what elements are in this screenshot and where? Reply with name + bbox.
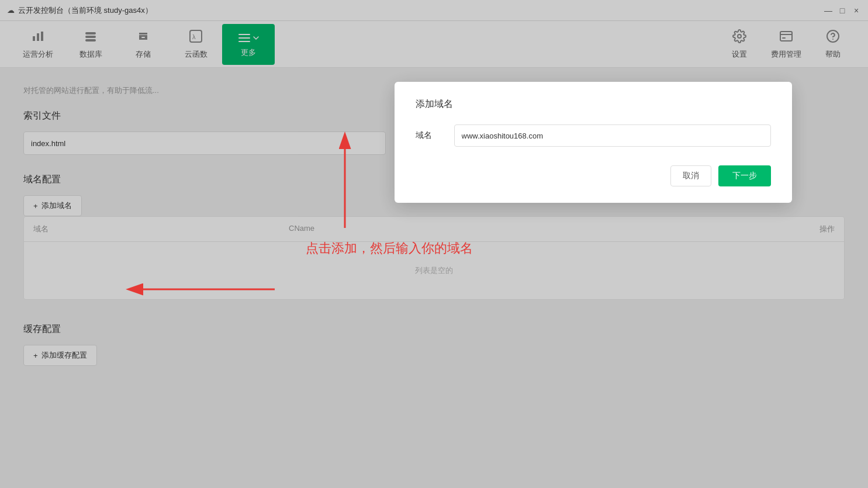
next-button[interactable]: 下一步 — [718, 165, 771, 186]
dialog-title: 添加域名 — [416, 98, 771, 110]
modal-overlay[interactable] — [0, 0, 868, 488]
domain-field-label: 域名 — [416, 130, 445, 141]
add-domain-dialog: 添加域名 域名 取消 下一步 — [395, 82, 792, 203]
cancel-button[interactable]: 取消 — [670, 165, 711, 186]
domain-field-input[interactable] — [454, 124, 771, 147]
dialog-footer: 取消 下一步 — [416, 165, 771, 186]
dialog-form: 域名 — [416, 124, 771, 147]
